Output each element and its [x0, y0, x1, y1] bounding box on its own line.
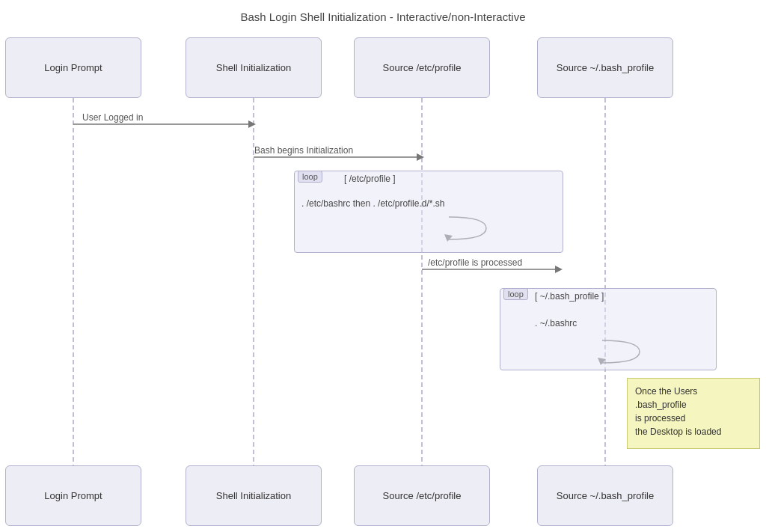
- loop-box-2: [500, 288, 717, 370]
- lifeline-box-login-prompt-bottom: Login Prompt: [5, 465, 141, 526]
- svg-marker-7: [417, 153, 424, 161]
- lifeline-box-bash-profile-top: Source ~/.bash_profile: [537, 37, 673, 98]
- loop-label-2: loop: [503, 288, 528, 300]
- loop-line1-1: . /etc/bashrc then . /etc/profile.d/*.sh: [301, 198, 444, 209]
- svg-marker-5: [248, 120, 256, 128]
- lifeline-box-bash-profile-bottom: Source ~/.bash_profile: [537, 465, 673, 526]
- loop-label-1: loop: [298, 171, 322, 183]
- arrow-label-bash-init: Bash begins Initialization: [254, 145, 353, 156]
- diagram-container: Bash Login Shell Initialization - Intera…: [0, 0, 766, 532]
- lifeline-box-shell-init-top: Shell Initialization: [186, 37, 322, 98]
- svg-marker-10: [555, 266, 563, 273]
- arrow-label-etc-profile-processed: /etc/profile is processed: [428, 257, 522, 268]
- note-box: Once the Users .bash_profile is processe…: [627, 378, 760, 449]
- lifeline-box-login-prompt-top: Login Prompt: [5, 37, 141, 98]
- arrow-label-user-logged-in: User Logged in: [82, 112, 143, 123]
- diagram-title: Bash Login Shell Initialization - Intera…: [0, 0, 766, 23]
- lifeline-box-etc-profile-top: Source /etc/profile: [354, 37, 490, 98]
- lifeline-box-etc-profile-bottom: Source /etc/profile: [354, 465, 490, 526]
- loop-condition-1: [ /etc/profile ]: [344, 174, 396, 184]
- loop-condition-2: [ ~/.bash_profile ]: [535, 291, 604, 302]
- loop-line1-2: . ~/.bashrc: [535, 318, 577, 328]
- loop-box-1: [294, 171, 563, 253]
- lifeline-box-shell-init-bottom: Shell Initialization: [186, 465, 322, 526]
